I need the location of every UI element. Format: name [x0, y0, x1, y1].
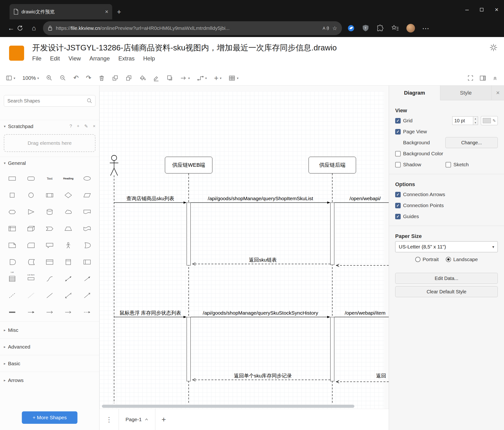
scratchpad-dropzone[interactable]: Drag elements here — [4, 134, 95, 152]
change-background-button[interactable]: Change... — [445, 137, 498, 148]
profile-avatar[interactable] — [406, 24, 415, 32]
shape-and[interactable] — [3, 254, 21, 271]
horizontal-scrollbar-thumb[interactable] — [102, 405, 354, 408]
menu-arrange[interactable]: Arrange — [90, 55, 110, 62]
new-tab-button[interactable]: + — [117, 8, 121, 16]
activation-bar-backend-2[interactable] — [330, 317, 334, 381]
shape-vertical-container[interactable] — [59, 254, 78, 271]
shape-line[interactable] — [40, 287, 59, 304]
shape-tape[interactable] — [78, 220, 96, 237]
connection-arrows-checkbox[interactable] — [395, 192, 401, 197]
shape-textbox[interactable]: Heading — [59, 170, 78, 187]
shape-link[interactable] — [3, 304, 21, 321]
section-basic[interactable]: ▸ Basic — [0, 355, 99, 372]
activation-bar-backend-1[interactable] — [330, 203, 334, 265]
message-label[interactable]: /open/webapi/ — [342, 195, 389, 202]
connection-style-dropdown[interactable]: ▾ — [180, 75, 190, 81]
shape-triangle[interactable] — [21, 204, 40, 220]
home-button[interactable]: ⌂ — [28, 24, 40, 32]
shape-or[interactable] — [78, 237, 96, 254]
shape-cube[interactable] — [21, 220, 40, 237]
undo-button[interactable]: ↶ — [73, 75, 79, 81]
shape-cloud[interactable] — [59, 204, 78, 220]
shape-thin-arrow[interactable] — [59, 304, 78, 321]
menu-help[interactable]: Help — [143, 55, 155, 62]
view-dropdown[interactable]: ▾ — [6, 75, 15, 81]
address-bar[interactable]: https://file.kkview.cn/onlinePreview?url… — [43, 21, 342, 35]
browser-tab[interactable]: drawio文件预览 × — [9, 4, 112, 19]
portrait-radio[interactable] — [415, 257, 421, 262]
shape-parallelogram[interactable] — [78, 187, 96, 204]
scratchpad-header[interactable]: ▾ Scratchpad ? + ✎ × — [0, 120, 99, 132]
lifeline-box-backend[interactable]: 供应链后端 — [309, 157, 356, 173]
extension-blue-icon[interactable] — [347, 24, 355, 32]
back-button[interactable]: ← — [5, 24, 17, 32]
shape-cylinder[interactable] — [40, 204, 59, 220]
background-color-checkbox[interactable] — [395, 151, 401, 157]
shape-container[interactable] — [40, 254, 59, 271]
section-arrows[interactable]: ▸ Arrows — [0, 372, 99, 388]
delete-button[interactable] — [99, 75, 105, 81]
lifeline-box-web[interactable]: 供应链WEB端 — [165, 157, 212, 173]
shape-dashed-edge-arrow[interactable] — [78, 304, 96, 321]
scratchpad-edit-icon[interactable]: ✎ — [84, 123, 88, 129]
landscape-radio[interactable] — [446, 257, 451, 262]
zoom-in-button[interactable] — [46, 75, 53, 81]
shape-directional-connector[interactable] — [78, 287, 96, 304]
tab-diagram[interactable]: Diagram — [389, 85, 440, 100]
insert-dropdown[interactable]: + ▾ — [214, 74, 222, 82]
activation-bar-web-2[interactable] — [187, 317, 191, 381]
favorites-bar-icon[interactable] — [391, 24, 399, 32]
section-general[interactable]: ▾ General — [0, 157, 99, 169]
shadow-checkbox[interactable] — [395, 162, 401, 168]
menu-extras[interactable]: Extras — [118, 55, 135, 62]
message-label[interactable]: /api/goods/shopManage/queryShopItemSkuLi… — [191, 195, 330, 202]
horizontal-scrollbar[interactable] — [100, 405, 388, 408]
page-view-checkbox[interactable] — [395, 129, 401, 134]
waypoints-dropdown[interactable]: ▾ — [197, 75, 207, 81]
shape-square[interactable] — [3, 187, 21, 204]
shape-dotted-line[interactable] — [21, 287, 40, 304]
shape-actor[interactable] — [59, 237, 78, 254]
diagram-canvas[interactable]: 供应链WEB端 供应链后端 查询店铺商品sku列表 /api/goods/sho… — [99, 85, 389, 409]
grid-size-stepper[interactable]: ▲▼ — [473, 116, 478, 125]
shape-rounded-rectangle[interactable] — [21, 170, 40, 187]
grid-size-input[interactable] — [452, 116, 473, 125]
shape-arrow[interactable] — [78, 271, 96, 287]
search-shapes-input[interactable] — [4, 95, 95, 107]
collapse-button[interactable] — [492, 75, 498, 81]
shape-rectangle[interactable] — [3, 170, 21, 187]
shape-horizontal-container[interactable] — [78, 254, 96, 271]
close-window-button[interactable]: × — [489, 0, 504, 19]
shape-hexagon[interactable] — [3, 204, 21, 220]
message-label[interactable]: 返回 — [373, 373, 389, 379]
add-page-button[interactable]: + — [155, 409, 172, 430]
connection-points-checkbox[interactable] — [395, 203, 401, 208]
paper-size-select[interactable]: US-Letter (8,5" x 11") ▾ — [395, 241, 498, 252]
zoom-out-button[interactable] — [60, 75, 66, 81]
shield-extension-icon[interactable]: T — [362, 24, 369, 32]
zoom-dropdown[interactable]: 100% ▾ — [22, 75, 39, 81]
message-label[interactable]: 返回sku链表 — [195, 257, 330, 263]
panel-close-icon[interactable]: × — [492, 85, 504, 100]
activation-bar-web-1[interactable] — [187, 203, 191, 265]
section-misc[interactable]: ▸ Misc — [0, 322, 99, 338]
shape-card[interactable] — [21, 237, 40, 254]
shadow-button[interactable] — [167, 75, 173, 81]
table-dropdown[interactable]: ▾ — [229, 75, 238, 81]
message-label[interactable]: /open/webapi/item — [342, 310, 389, 316]
scratchpad-help-icon[interactable]: ? — [69, 123, 72, 129]
page-tab[interactable]: Page-1 — [119, 409, 155, 430]
extensions-puzzle-icon[interactable] — [376, 24, 384, 32]
tab-style[interactable]: Style — [440, 85, 492, 100]
shape-step[interactable] — [40, 220, 59, 237]
message-label[interactable]: 查询店铺商品sku列表 — [114, 195, 187, 202]
menu-view[interactable]: View — [69, 55, 81, 62]
menu-file[interactable]: File — [32, 55, 42, 62]
minimize-button[interactable]: – — [460, 0, 474, 19]
read-aloud-icon[interactable]: A — [322, 25, 329, 31]
tab-close-icon[interactable]: × — [105, 9, 108, 15]
clear-default-style-button[interactable]: Clear Default Style — [395, 286, 498, 297]
shape-simple-arrow[interactable] — [40, 304, 59, 321]
shape-callout[interactable] — [40, 237, 59, 254]
